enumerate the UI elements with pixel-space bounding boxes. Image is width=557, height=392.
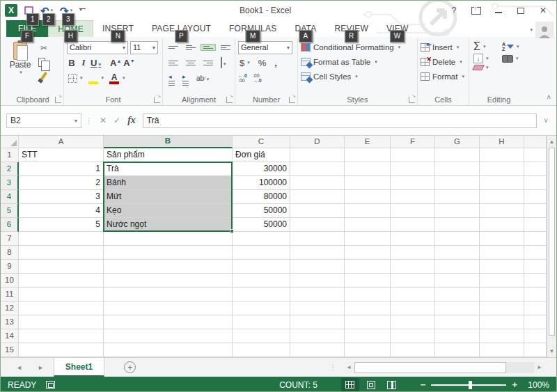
cell-partial-5[interactable] (524, 204, 547, 218)
cell-H4[interactable] (480, 190, 524, 204)
delete-cells-button[interactable]: ✕ Delete (421, 54, 466, 69)
cell-H11[interactable] (480, 288, 524, 301)
cell-C12[interactable] (233, 301, 290, 315)
cell-D15[interactable] (290, 343, 345, 357)
row-header-15[interactable]: 15 (1, 343, 19, 357)
cut-button[interactable]: ✂ (38, 42, 49, 54)
cell-G4[interactable] (435, 190, 480, 204)
cell-D4[interactable] (290, 190, 345, 204)
column-header-partial[interactable] (524, 136, 547, 148)
cell-A14[interactable] (19, 329, 104, 343)
vertical-scrollbar-thumb[interactable] (549, 148, 555, 336)
cell-F12[interactable] (391, 301, 435, 315)
cell-B3[interactable]: Bánh (104, 176, 233, 190)
expand-formula-bar-button[interactable]: ˅ (541, 117, 551, 125)
top-align-button[interactable] (166, 44, 181, 51)
scroll-right-icon[interactable]: ► (534, 362, 545, 373)
cell-partial-2[interactable] (524, 162, 547, 176)
cell-C11[interactable] (233, 288, 290, 301)
row-header-14[interactable]: 14 (1, 329, 19, 343)
page-layout-view-button[interactable] (362, 378, 380, 391)
copy-button[interactable] (38, 56, 49, 68)
cell-H12[interactable] (480, 301, 524, 315)
cell-partial-14[interactable] (524, 329, 547, 343)
cell-A1[interactable]: STT (19, 148, 104, 162)
font-family-select[interactable]: Calibri (67, 41, 128, 54)
clear-button[interactable] (472, 65, 495, 70)
fill-button[interactable]: ↓ (472, 54, 495, 63)
cell-E4[interactable] (345, 190, 391, 204)
cell-E3[interactable] (345, 176, 391, 190)
save-button[interactable]: 1 (24, 3, 33, 18)
font-size-select[interactable]: 11 (130, 41, 158, 54)
number-format-select[interactable]: General (238, 41, 292, 54)
maximize-button[interactable] (512, 3, 530, 17)
cell-H10[interactable] (480, 274, 524, 288)
cell-H7[interactable] (480, 232, 524, 246)
zoom-level[interactable]: 100% (523, 380, 549, 390)
font-color-button[interactable]: A (107, 72, 127, 84)
cell-D8[interactable] (290, 246, 345, 260)
italic-button[interactable]: I (79, 57, 88, 68)
scroll-up-icon[interactable]: ▲ (547, 136, 556, 148)
autosum-button[interactable]: Σ (472, 41, 495, 52)
row-header-5[interactable]: 5 (1, 204, 19, 218)
cell-A4[interactable]: 3 (19, 190, 104, 204)
cell-G14[interactable] (435, 329, 480, 343)
zoom-in-button[interactable]: + (512, 379, 517, 390)
cell-E1[interactable] (345, 148, 391, 162)
cell-D7[interactable] (290, 232, 345, 246)
cell-partial-13[interactable] (524, 315, 547, 329)
cell-D3[interactable] (290, 176, 345, 190)
borders-button[interactable] (67, 74, 84, 83)
cell-H14[interactable] (480, 329, 524, 343)
cell-E12[interactable] (345, 301, 391, 315)
cell-E8[interactable] (345, 246, 391, 260)
cell-A7[interactable] (19, 232, 104, 246)
cell-B10[interactable] (104, 274, 233, 288)
cell-C9[interactable] (233, 260, 290, 274)
decrease-indent-button[interactable]: ◂ (166, 69, 178, 88)
cell-E6[interactable] (345, 218, 391, 232)
cell-G3[interactable] (435, 176, 480, 190)
column-header-H[interactable]: H (480, 136, 524, 148)
cell-B5[interactable]: Kẹo (104, 204, 233, 218)
cell-E7[interactable] (345, 232, 391, 246)
cell-B2[interactable]: Trà (104, 162, 233, 176)
cell-G15[interactable] (435, 343, 480, 357)
cell-A12[interactable] (19, 301, 104, 315)
column-header-A[interactable]: A (19, 136, 104, 148)
cell-E11[interactable] (345, 288, 391, 301)
wrap-text-button[interactable] (218, 43, 233, 52)
sort-filter-button[interactable]: AZ (501, 41, 526, 52)
cell-E14[interactable] (345, 329, 391, 343)
account-area[interactable]: ▾ (530, 22, 554, 38)
cell-E15[interactable] (345, 343, 391, 357)
cell-partial-3[interactable] (524, 176, 547, 190)
tab-data[interactable]: DATAA (285, 20, 325, 37)
cell-B4[interactable]: Mứt (104, 190, 233, 204)
fill-color-button[interactable] (86, 72, 106, 84)
cell-H9[interactable] (480, 260, 524, 274)
cell-C14[interactable] (233, 329, 290, 343)
format-cells-button[interactable]: Format (421, 69, 466, 84)
scroll-down-icon[interactable]: ▼ (547, 345, 556, 357)
cell-F5[interactable] (391, 204, 435, 218)
minimize-button[interactable] (489, 3, 508, 17)
zoom-slider[interactable] (431, 384, 506, 386)
percent-style-button[interactable]: % (257, 58, 268, 68)
cell-styles-button[interactable]: Cell Styles (301, 69, 414, 84)
column-header-E[interactable]: E (345, 136, 391, 148)
collapse-ribbon-button[interactable]: ˄ (547, 93, 551, 101)
sheet-tab-sheet1[interactable]: Sheet1 (54, 358, 104, 377)
help-button[interactable]: ? (445, 3, 463, 17)
cell-C1[interactable]: Đơn giá (233, 148, 290, 162)
cell-partial-1[interactable] (524, 148, 547, 162)
format-painter-button[interactable] (38, 70, 49, 81)
cell-B15[interactable] (104, 343, 233, 357)
cell-partial-10[interactable] (524, 274, 547, 288)
insert-function-button[interactable]: fx (127, 115, 136, 126)
previous-sheet-button[interactable]: ◄ (16, 364, 22, 371)
cell-C4[interactable]: 80000 (233, 190, 290, 204)
column-header-G[interactable]: G (435, 136, 480, 148)
